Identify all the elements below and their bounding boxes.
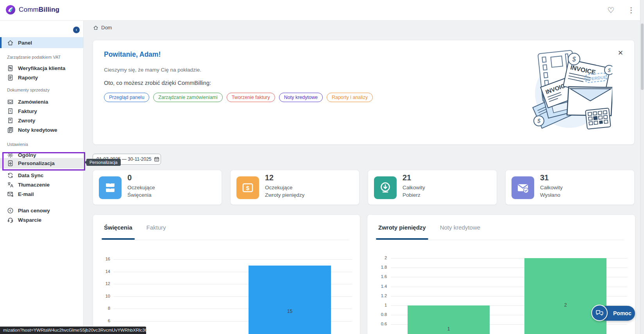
y-axis-tick-label: 8 — [93, 306, 110, 311]
y-axis-tick-label: 0.6 — [367, 321, 387, 326]
euro-circle-icon: € — [7, 207, 14, 214]
sidebar-item-wsparcie[interactable]: Wsparcie — [0, 215, 83, 225]
calendar-icon — [154, 156, 159, 162]
close-icon[interactable]: ✕ — [618, 49, 623, 57]
stat-card-oczekujace-swiecenia: 0 Oczekujące Święcenia — [93, 170, 222, 205]
bar-value-label: 15 — [249, 309, 331, 314]
scrollbar-track[interactable] — [640, 0, 644, 334]
sidebar: ‹ Panel Zarządzanie podatkiem VAT Weryfi… — [0, 20, 84, 334]
mail-icon — [7, 191, 14, 198]
y-axis-tick-label: 1.2 — [367, 293, 387, 298]
tab-swiecenia[interactable]: Święcenia — [104, 224, 132, 240]
y-axis-tick-label: 0.8 — [367, 312, 387, 317]
sidebar-section-ustawienia: Ustawienia — [7, 142, 28, 147]
y-axis-tick-label: 1 — [367, 303, 387, 307]
welcome-banner: Powitanie, Adam! Cieszymy się, że mamy C… — [93, 40, 635, 145]
sidebar-item-tlumaczenie[interactable]: Tłumaczenie — [0, 180, 83, 190]
chart-card-swiecenia: 161412108615 Święcenia Faktury — [93, 214, 360, 334]
inbox-icon — [7, 99, 14, 105]
y-axis-tick-label: 10 — [93, 294, 110, 298]
sidebar-section-dokumenty: Dokumenty sprzedaży — [7, 88, 50, 92]
stat-label-line2: Pobierz — [402, 192, 420, 198]
chat-bubbles-icon — [591, 305, 608, 321]
y-axis-tick-label: 1.8 — [367, 265, 387, 269]
sidebar-item-panel[interactable]: Panel — [0, 37, 83, 48]
translate-icon — [7, 181, 14, 188]
sidebar-item-plan-cenowy[interactable]: € Plan cenowy — [0, 206, 83, 215]
y-axis-tick-label: 16 — [93, 257, 110, 261]
stat-label-line2: Wysłano — [540, 192, 560, 198]
sidebar-item-zwroty[interactable]: Zwroty — [0, 116, 83, 126]
y-axis-tick-label: 12 — [93, 281, 110, 286]
welcome-title: Powitanie, Adam! — [104, 50, 161, 59]
banknote-dollar-icon: $ — [236, 176, 259, 199]
stat-card-calkowity-wyslano: 31 Całkowity Wysłano — [505, 170, 635, 205]
sidebar-item-email[interactable]: E-mail — [0, 189, 83, 199]
stat-card-calkowity-pobierz: 21 Całkowity Pobierz — [368, 170, 497, 205]
mail-check-icon — [512, 176, 534, 199]
stat-value: 12 — [265, 173, 274, 182]
sidebar-collapse-button[interactable]: ‹ — [73, 27, 80, 33]
brand[interactable]: CommBilling — [5, 5, 59, 15]
y-axis-tick-label: 2 — [367, 255, 387, 260]
tag-raporty-i-analizy[interactable]: Raporty i analizy — [327, 93, 373, 102]
brand-name: CommBilling — [19, 6, 59, 14]
welcome-intro: Oto, co możesz zrobić dzięki CommBilling… — [104, 80, 211, 86]
y-axis-tick-label: 14 — [93, 269, 110, 274]
svg-text:$: $ — [607, 67, 611, 73]
tab-zwroty-pieniedzy[interactable]: Zwroty pieniędzy — [378, 224, 426, 240]
return-receipt-icon — [7, 117, 14, 124]
stat-label-line2: Zwroty pieniędzy — [265, 192, 304, 198]
sidebar-item-data-sync[interactable]: Data Sync — [0, 171, 83, 180]
bar-value-label: 1 — [408, 326, 490, 332]
y-axis-tick-label: 1.4 — [367, 284, 387, 289]
stat-label-line1: Oczekujące — [127, 185, 155, 190]
home-icon — [7, 40, 14, 46]
stat-label-line1: Oczekujące — [265, 185, 293, 190]
favorite-icon[interactable]: ♡ — [607, 6, 614, 14]
stat-label-line1: Całkowity — [540, 185, 563, 190]
breadcrumb-home-icon — [93, 25, 98, 31]
document-percent-icon — [7, 65, 14, 72]
download-icon — [374, 176, 397, 199]
personalizacja-highlight-box — [2, 152, 85, 171]
support-headset-icon — [7, 217, 14, 223]
y-axis-tick-label: 6 — [93, 318, 110, 323]
app-header: CommBilling ♡ ⋮ — [0, 0, 644, 21]
inbox-tray-icon — [99, 176, 122, 199]
tag-noty-kredytowe[interactable]: Noty kredytowe — [279, 93, 323, 102]
tab-faktury[interactable]: Faktury — [147, 224, 166, 240]
kebab-menu-icon[interactable]: ⋮ — [628, 7, 635, 14]
sidebar-item-noty-kredytowe[interactable]: Noty kredytowe — [0, 125, 83, 135]
welcome-subtitle: Cieszymy się, że mamy Cię na pokładzie. — [104, 67, 201, 73]
commbilling-logo-icon — [5, 5, 16, 15]
gridline — [113, 259, 352, 260]
sidebar-item-weryfikacja-klienta[interactable]: Weryfikacja klienta — [0, 63, 83, 73]
bar — [524, 258, 606, 334]
stat-value: 21 — [402, 173, 411, 182]
svg-text:€: € — [9, 209, 11, 212]
tab-noty-kredytowe[interactable]: Noty kredytowe — [440, 224, 480, 240]
welcome-tags: Przegląd panelu Zarządzanie zamówieniami… — [104, 93, 373, 102]
tag-przeglad-panelu[interactable]: Przegląd panelu — [104, 93, 149, 102]
sidebar-item-raporty[interactable]: Raporty — [0, 73, 83, 83]
sidebar-item-zamowienia[interactable]: Zamówienia — [0, 97, 83, 107]
help-button[interactable]: Pomoc — [591, 306, 631, 321]
invoice-euro-icon: € — [7, 108, 14, 115]
sync-icon — [7, 172, 14, 179]
sidebar-item-faktury[interactable]: € Faktury — [0, 106, 83, 116]
breadcrumb[interactable]: Dom — [93, 25, 112, 31]
bar — [249, 266, 331, 334]
stat-value: 31 — [540, 173, 549, 182]
stat-label-line1: Całkowity — [402, 185, 425, 190]
breadcrumb-label: Dom — [101, 25, 112, 31]
browser-status-url: mization?host=YWRtaW4uc2hvcGlmeS5jb20vc3… — [0, 327, 146, 334]
sidebar-section-vat: Zarządzanie podatkiem VAT — [7, 55, 61, 59]
tag-tworzenie-faktury[interactable]: Tworzenie faktury — [227, 93, 275, 102]
credit-notes-icon — [7, 127, 14, 133]
commbilling-dashboard: { "header": { "brand_prefix": "Comm", "b… — [0, 0, 644, 334]
tag-zarzadzanie-zamowieniami[interactable]: Zarządzanie zamówieniami — [153, 93, 222, 102]
stat-label-line2: Święcenia — [127, 192, 152, 198]
document-icon — [7, 74, 14, 81]
scrollbar-thumb[interactable] — [641, 23, 644, 90]
